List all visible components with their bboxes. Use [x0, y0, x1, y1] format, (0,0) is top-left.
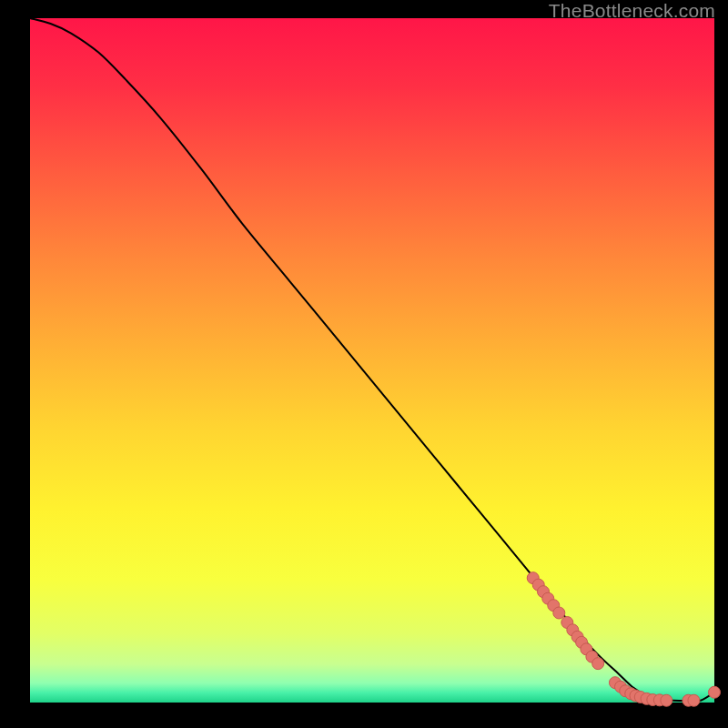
data-dot	[553, 607, 565, 619]
plot-area	[30, 18, 714, 703]
data-dots	[527, 572, 720, 707]
chart-stage: TheBottleneck.com	[0, 0, 728, 728]
dots-layer	[30, 18, 714, 703]
data-dot	[709, 686, 721, 698]
data-dot	[688, 694, 700, 706]
watermark-label: TheBottleneck.com	[549, 0, 715, 22]
data-dot	[661, 694, 672, 706]
data-dot	[592, 658, 604, 670]
